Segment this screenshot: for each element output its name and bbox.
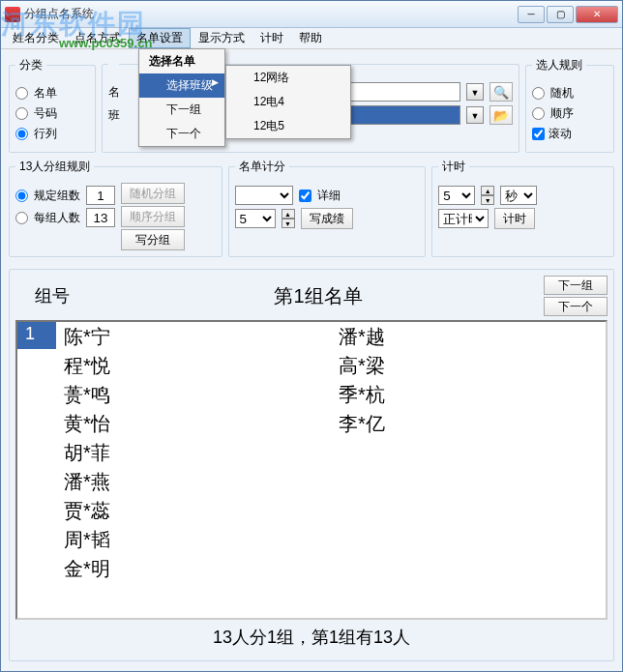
dropdown-select-class[interactable]: 选择班级 — [139, 73, 224, 98]
close-button[interactable]: ✕ — [576, 6, 618, 23]
radio-group-count[interactable] — [15, 190, 28, 202]
list-item[interactable]: 周*韬 — [64, 525, 323, 554]
legend-score: 名单计分 — [235, 159, 289, 175]
radio-number[interactable] — [15, 107, 28, 120]
dropdown-class-2[interactable]: 12电4 — [226, 90, 350, 114]
spinner-up-icon[interactable]: ▲ — [481, 186, 494, 195]
app-icon — [5, 7, 20, 22]
minimize-button[interactable]: ─ — [518, 6, 545, 23]
dropdown-class-list: 12网络 12电4 12电5 — [225, 65, 351, 139]
fieldset-category: 分类 名单 号码 行列 — [9, 57, 96, 153]
legend-rule: 选人规则 — [532, 57, 586, 73]
radio-per-group[interactable] — [15, 212, 28, 224]
select-timer-val[interactable]: 5 — [438, 186, 475, 205]
maximize-button[interactable]: ▢ — [547, 6, 574, 23]
legend-list — [108, 57, 119, 71]
dropdown-class-1[interactable]: 12网络 — [226, 66, 350, 90]
dropdown-class-3[interactable]: 12电5 — [226, 114, 350, 138]
radio-order[interactable] — [532, 107, 545, 120]
menu-timer[interactable]: 计时 — [252, 28, 291, 48]
list-item[interactable]: 贾*蕊 — [64, 496, 323, 525]
names-column-right: 潘*越 高*梁 季*杭 李*亿 — [331, 322, 606, 618]
dropdown-arrow-icon[interactable]: ▼ — [466, 83, 484, 101]
dropdown-next-one[interactable]: 下一个 — [139, 122, 224, 146]
legend-grouping: 13人分组规则 — [15, 159, 94, 175]
btn-write-score[interactable]: 写成绩 — [301, 208, 353, 229]
fieldset-main-list: 组号 第1组名单 下一组 下一个 1 陈*宁 程*悦 蒉*鸣 黄*怡 — [9, 269, 614, 661]
dropdown-title: 选择名单 — [139, 49, 224, 73]
btn-order-group[interactable]: 顺序分组 — [121, 206, 185, 227]
radio-random[interactable] — [532, 87, 545, 100]
spinner-down-icon[interactable]: ▼ — [481, 195, 494, 205]
fieldset-grouping: 13人分组规则 规定组数 每组人数 随机分组 顺序分组 写分组 — [9, 159, 222, 257]
list-item[interactable]: 潘*燕 — [64, 467, 323, 496]
list-item[interactable]: 蒉*鸣 — [64, 380, 323, 409]
btn-next-one[interactable]: 下一个 — [544, 297, 608, 316]
menu-display-mode[interactable]: 显示方式 — [191, 28, 252, 48]
input-group-count[interactable] — [86, 186, 115, 205]
spinner-up-icon[interactable]: ▲ — [282, 209, 295, 219]
menubar: 姓名分类 点名方式 名单设置 显示方式 计时 帮助 选择名单 选择班级 下一组 … — [1, 28, 622, 49]
btn-random-group[interactable]: 随机分组 — [121, 183, 185, 204]
menu-help[interactable]: 帮助 — [291, 28, 330, 48]
group-number-cell[interactable]: 1 — [17, 322, 56, 349]
fieldset-rule: 选人规则 随机 顺序 滚动 — [525, 57, 614, 153]
search-icon[interactable]: 🔍 — [490, 82, 513, 102]
window-title: 分组点名系统 — [24, 6, 518, 22]
fieldset-score: 名单计分 详细 5 ▲▼ 写成绩 — [228, 159, 427, 257]
column-header-group: 组号 — [15, 284, 93, 307]
dropdown-list-settings: 选择名单 选择班级 下一组 下一个 — [138, 48, 225, 147]
list-item[interactable]: 金*明 — [64, 554, 323, 583]
btn-next-group[interactable]: 下一组 — [544, 276, 608, 295]
list-item[interactable]: 潘*越 — [339, 322, 598, 351]
group-title: 第1组名单 — [101, 283, 536, 309]
dropdown-arrow-icon[interactable]: ▼ — [466, 106, 484, 124]
legend-category: 分类 — [15, 57, 46, 73]
checkbox-detail[interactable] — [299, 190, 312, 202]
spinner-down-icon[interactable]: ▼ — [282, 219, 295, 228]
menu-call-method[interactable]: 点名方式 — [67, 28, 129, 48]
names-listbox[interactable]: 1 陈*宁 程*悦 蒉*鸣 黄*怡 胡*菲 潘*燕 贾*蕊 周*韬 金*明 — [15, 320, 608, 620]
list-item[interactable]: 胡*菲 — [64, 438, 323, 467]
legend-timer: 计时 — [438, 159, 469, 175]
list-item[interactable]: 李*亿 — [339, 409, 598, 438]
app-window: 河东软件园 www.pc0359.cn 分组点名系统 ─ ▢ ✕ 姓名分类 点名… — [0, 0, 623, 672]
footer-summary: 13人分1组，第1组有13人 — [15, 620, 608, 655]
list-item[interactable]: 高*梁 — [339, 351, 598, 380]
list-item[interactable]: 黄*怡 — [64, 409, 323, 438]
folder-open-icon[interactable]: 📂 — [490, 105, 513, 125]
radio-rowcol[interactable] — [15, 128, 28, 140]
titlebar: 分组点名系统 ─ ▢ ✕ — [1, 1, 622, 28]
btn-timer[interactable]: 计时 — [494, 208, 535, 229]
list-item[interactable]: 陈*宁 — [64, 322, 323, 351]
list-item[interactable]: 程*悦 — [64, 351, 323, 380]
select-timer-mode[interactable]: 正计时 — [438, 209, 489, 228]
checkbox-scroll[interactable] — [532, 128, 545, 140]
list-item[interactable]: 季*杭 — [339, 380, 598, 409]
select-score[interactable] — [235, 186, 293, 205]
content-area: 分类 名单 号码 行列 名 单 ▼ 🔍 班 级 12网络 ▼ 📂 — [1, 49, 622, 672]
dropdown-next-group[interactable]: 下一组 — [139, 98, 224, 122]
menu-name-category[interactable]: 姓名分类 — [5, 28, 67, 48]
fieldset-timer: 计时 5 ▲▼ 秒 正计时 计时 — [431, 159, 614, 257]
names-column-left: 陈*宁 程*悦 蒉*鸣 黄*怡 胡*菲 潘*燕 贾*蕊 周*韬 金*明 — [56, 322, 331, 618]
radio-list[interactable] — [15, 87, 28, 100]
select-score-val[interactable]: 5 — [235, 209, 276, 228]
select-timer-unit[interactable]: 秒 — [500, 186, 537, 205]
menu-list-settings[interactable]: 名单设置 — [129, 28, 191, 48]
btn-write-group[interactable]: 写分组 — [121, 229, 185, 250]
input-per-group[interactable] — [86, 208, 115, 227]
